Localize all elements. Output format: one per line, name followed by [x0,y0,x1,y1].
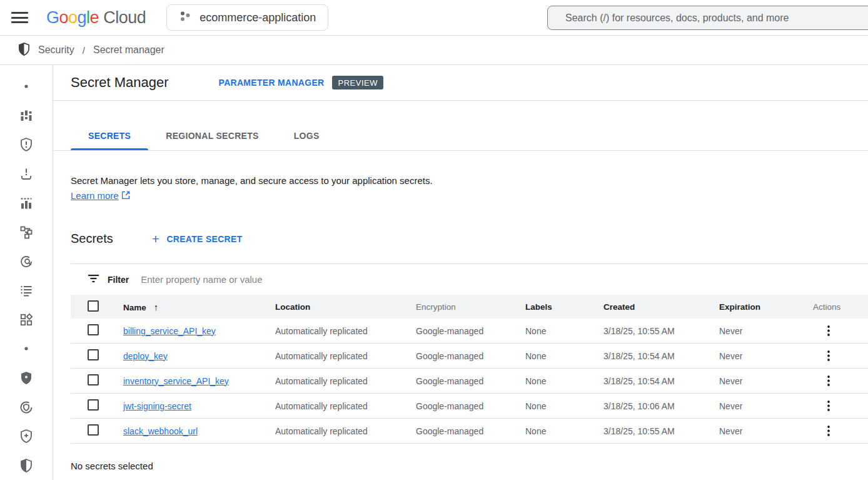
row-actions-menu-icon[interactable] [824,349,834,362]
logo-letter: o [59,8,69,28]
cell-encryption: Google-managed [416,401,525,411]
cell-labels: None [525,326,603,336]
secret-link[interactable]: inventory_service_API_key [123,376,229,386]
page-header: Secret Manager PARAMETER MANAGER PREVIEW [53,65,868,101]
security-shield-icon [17,42,31,59]
bar-chart-icon[interactable] [9,188,44,218]
column-header-created: Created [603,302,719,312]
dot-icon[interactable] [9,334,44,364]
shield-filled-icon[interactable] [9,364,44,393]
grid-diamond-icon[interactable] [9,305,44,335]
project-name: ecommerce-application [199,11,316,24]
parameter-manager-link[interactable]: PARAMETER MANAGER [219,78,325,88]
cell-labels: None [525,426,603,436]
logo-letter: o [68,8,78,28]
cell-location: Automatically replicated [275,326,416,336]
cell-location: Automatically replicated [275,376,416,386]
row-actions-menu-icon[interactable] [824,374,834,387]
secrets-table: Filter Name↑ Location Encryption Labels … [71,263,868,444]
external-link-icon [122,190,130,201]
column-header-expiration: Expiration [719,302,813,312]
sort-ascending-icon: ↑ [154,302,159,312]
list-icon[interactable] [9,276,44,305]
hamburger-menu-icon[interactable] [11,11,29,24]
row-actions-menu-icon[interactable] [824,399,834,412]
cell-expiration: Never [719,376,813,386]
column-header-labels: Labels [525,302,603,312]
top-app-bar: Google Cloud ecommerce-application [0,0,868,36]
breadcrumb: Security / Secret manager [0,36,868,65]
main-content: Secret Manager PARAMETER MANAGER PREVIEW… [53,65,868,480]
breadcrumb-secret-manager[interactable]: Secret manager [93,44,164,56]
cell-created: 3/18/25, 10:55 AM [603,426,719,436]
shield-plus-icon[interactable] [9,422,44,451]
cell-location: Automatically replicated [275,351,416,361]
cell-encryption: Google-managed [416,426,525,436]
cell-expiration: Never [719,401,813,411]
cell-expiration: Never [719,326,813,336]
secret-link[interactable]: billing_service_API_key [123,326,216,336]
filter-input[interactable] [141,274,578,285]
breadcrumb-separator: / [83,45,85,56]
cell-location: Automatically replicated [275,426,416,436]
dot-icon[interactable] [9,72,44,101]
row-checkbox[interactable] [88,424,99,436]
tab-bar: SECRETS REGIONAL SECRETS LOGS [53,101,868,151]
inbox-alert-icon[interactable] [9,160,44,189]
tab-secrets[interactable]: SECRETS [71,121,148,150]
search-circle-icon[interactable] [9,247,44,276]
row-checkbox[interactable] [88,399,99,411]
secrets-heading: Secrets [71,232,113,246]
row-actions-menu-icon[interactable] [824,324,834,337]
shield-alert-icon[interactable] [9,130,44,160]
tab-logs[interactable]: LOGS [276,121,337,150]
selection-status: No secrets selected [71,461,868,471]
filter-bar: Filter [71,264,868,295]
row-checkbox[interactable] [88,324,99,335]
tab-regional-secrets[interactable]: REGIONAL SECRETS [148,121,276,150]
select-all-checkbox[interactable] [88,300,99,312]
search-box [547,6,868,30]
project-selector[interactable]: ecommerce-application [166,4,328,31]
cell-created: 3/18/25, 10:54 AM [603,376,719,386]
preview-badge: PREVIEW [332,76,383,89]
secret-link[interactable]: slack_webhook_url [123,426,198,436]
logo-letter: G [46,8,59,28]
column-header-location: Location [275,302,416,312]
column-header-name[interactable]: Name↑ [123,302,275,312]
table-row: slack_webhook_url Automatically replicat… [71,419,868,444]
cell-labels: None [525,376,603,386]
org-nodes-icon[interactable] [9,218,44,247]
row-checkbox[interactable] [88,374,99,386]
project-icon [179,10,191,26]
cell-created: 3/18/25, 10:55 AM [603,326,719,336]
table-header-row: Name↑ Location Encryption Labels Created… [71,295,868,319]
cell-labels: None [525,401,603,411]
secret-link[interactable]: deploy_key [123,351,168,361]
learn-more-link[interactable]: Learn more [71,190,130,201]
cell-created: 3/18/25, 10:54 AM [603,351,719,361]
cell-location: Automatically replicated [275,401,416,411]
table-row: billing_service_API_key Automatically re… [71,319,868,344]
row-actions-menu-icon[interactable] [824,424,834,437]
learn-more-label: Learn more [71,190,119,201]
row-checkbox[interactable] [88,349,99,360]
cell-labels: None [525,351,603,361]
compliance-circle-icon[interactable] [9,392,44,422]
breadcrumb-security[interactable]: Security [38,44,74,56]
logo-letter: e [90,8,99,28]
logo-cloud-text: Cloud [103,8,146,28]
secret-link[interactable]: jwt-signing-secret [123,401,191,411]
shield-half-icon[interactable] [9,451,44,480]
column-header-actions: Actions [813,302,868,312]
google-cloud-logo[interactable]: Google Cloud [46,8,146,28]
search-input[interactable] [565,13,865,24]
table-row: deploy_key Automatically replicated Goog… [71,344,868,369]
create-secret-button[interactable]: + CREATE SECRET [152,232,243,245]
cell-expiration: Never [719,351,813,361]
secrets-toolbar: Secrets + CREATE SECRET [71,232,868,246]
dashboard-blocks-icon[interactable] [9,101,44,131]
filter-icon [88,273,99,286]
create-secret-label: CREATE SECRET [166,234,242,244]
cell-expiration: Never [719,426,813,436]
